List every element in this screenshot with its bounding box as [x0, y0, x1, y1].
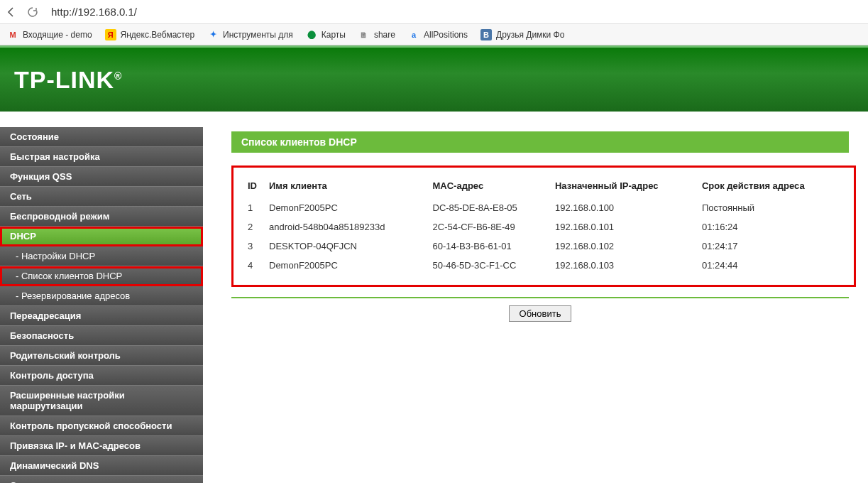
sidebar-item-2[interactable]: Функция QSS — [0, 167, 203, 187]
col-name: Имя клиента — [265, 175, 429, 198]
yandex-icon: Я — [105, 29, 116, 40]
maps-icon: ⬤ — [306, 29, 317, 40]
router-header: TP-LINK® — [0, 45, 868, 112]
sidebar-item-7[interactable]: - Список клиентов DHCP — [0, 266, 203, 286]
divider — [231, 297, 849, 298]
sidebar-item-4[interactable]: Беспроводной режим — [0, 207, 203, 227]
sidebar-nav: СостояниеБыстрая настройкаФункция QSSСет… — [0, 112, 203, 483]
sidebar-item-17[interactable]: Системные инструменты — [0, 476, 203, 483]
cell-name: DESKTOP-04QFJCN — [265, 237, 429, 256]
brand-logo: TP-LINK® — [14, 66, 122, 94]
back-button[interactable] — [4, 5, 18, 19]
sidebar-item-9[interactable]: Переадресация — [0, 306, 203, 326]
col-lease: Срок действия адреса — [698, 175, 844, 198]
page-title: Список клиентов DHCP — [231, 131, 849, 153]
table-row: 1DemonF2005PCDC-85-DE-8A-E8-05192.168.0.… — [243, 198, 844, 217]
sidebar-item-5[interactable]: DHCP — [0, 227, 203, 246]
table-row: 3DESKTOP-04QFJCN60-14-B3-B6-61-01192.168… — [243, 237, 844, 256]
gmail-icon: M — [7, 29, 18, 40]
cell-id: 1 — [243, 198, 265, 217]
refresh-button[interactable]: Обновить — [509, 305, 572, 322]
cell-id: 4 — [243, 256, 265, 275]
cell-ip: 192.168.0.103 — [551, 256, 698, 275]
bookmark-label: Карты — [322, 30, 346, 40]
sidebar-item-6[interactable]: - Настройки DHCP — [0, 246, 203, 266]
reload-button[interactable] — [26, 5, 40, 19]
cell-mac: 50-46-5D-3C-F1-CC — [429, 256, 551, 275]
sidebar-item-1[interactable]: Быстрая настройка — [0, 147, 203, 167]
bookmark-vk[interactable]: B Друзья Димки Фо — [480, 29, 564, 40]
vk-icon: B — [480, 29, 492, 40]
table-header-row: ID Имя клиента MAC-адрес Назначенный IP-… — [243, 175, 844, 198]
cell-id: 2 — [243, 217, 265, 237]
bookmark-maps[interactable]: ⬤ Карты — [306, 29, 346, 40]
sidebar-item-12[interactable]: Контроль доступа — [0, 366, 203, 386]
cell-mac: 60-14-B3-B6-61-01 — [429, 237, 551, 256]
bookmark-label: Друзья Димки Фо — [496, 30, 564, 40]
cell-lease: 01:24:44 — [698, 256, 844, 275]
sidebar-item-13[interactable]: Расширенные настройки маршрутизации — [0, 386, 203, 416]
main-content: Список клиентов DHCP ID Имя клиента MAC-… — [203, 112, 868, 483]
browser-nav-bar — [0, 0, 868, 24]
bookmark-share[interactable]: 🗎 share — [358, 29, 395, 40]
cell-mac: DC-85-DE-8A-E8-05 — [429, 198, 551, 217]
cell-ip: 192.168.0.101 — [551, 217, 698, 237]
table-row: 2android-548b04a85189233d2C-54-CF-B6-8E-… — [243, 217, 844, 237]
sidebar-item-14[interactable]: Контроль пропускной способности — [0, 416, 203, 436]
sidebar-item-8[interactable]: - Резервирование адресов — [0, 286, 203, 306]
table-row: 4DemonF2005PC50-46-5D-3C-F1-CC192.168.0.… — [243, 256, 844, 275]
url-input[interactable] — [47, 3, 864, 21]
dhcp-client-table-wrap: ID Имя клиента MAC-адрес Назначенный IP-… — [231, 165, 856, 287]
cell-name: DemonF2005PC — [265, 198, 429, 217]
sidebar-item-15[interactable]: Привязка IP- и MAC-адресов — [0, 436, 203, 456]
allpositions-icon: a — [408, 29, 419, 40]
sidebar-item-11[interactable]: Родительский контроль — [0, 346, 203, 366]
cell-lease: Постоянный — [698, 198, 844, 217]
cell-ip: 192.168.0.102 — [551, 237, 698, 256]
col-ip: Назначенный IP-адрес — [551, 175, 698, 198]
cell-mac: 2C-54-CF-B6-8E-49 — [429, 217, 551, 237]
bookmark-label: share — [374, 30, 395, 40]
cell-name: DemonF2005PC — [265, 256, 429, 275]
cell-id: 3 — [243, 237, 265, 256]
col-mac: MAC-адрес — [429, 175, 551, 198]
bookmark-yandex[interactable]: Я Яндекс.Вебмастер — [105, 29, 194, 40]
cell-lease: 01:24:17 — [698, 237, 844, 256]
bookmark-label: Инструменты для — [223, 30, 293, 40]
tools-icon: ✦ — [207, 29, 219, 40]
cell-ip: 192.168.0.100 — [551, 198, 698, 217]
doc-icon: 🗎 — [358, 29, 370, 40]
sidebar-item-16[interactable]: Динамический DNS — [0, 456, 203, 476]
cell-lease: 01:16:24 — [698, 217, 844, 237]
bookmark-label: Входящие - demo — [23, 30, 92, 40]
col-id: ID — [243, 175, 265, 198]
sidebar-item-3[interactable]: Сеть — [0, 187, 203, 207]
bookmark-tools[interactable]: ✦ Инструменты для — [207, 29, 293, 40]
bookmark-gmail[interactable]: M Входящие - demo — [7, 29, 92, 40]
sidebar-item-10[interactable]: Безопасность — [0, 326, 203, 346]
dhcp-client-table: ID Имя клиента MAC-адрес Назначенный IP-… — [243, 175, 844, 275]
bookmarks-bar: M Входящие - demo Я Яндекс.Вебмастер ✦ И… — [0, 24, 868, 45]
bookmark-label: Яндекс.Вебмастер — [121, 30, 194, 40]
sidebar-item-0[interactable]: Состояние — [0, 127, 203, 147]
bookmark-allpositions[interactable]: a AllPositions — [408, 29, 468, 40]
cell-name: android-548b04a85189233d — [265, 217, 429, 237]
bookmark-label: AllPositions — [424, 30, 468, 40]
